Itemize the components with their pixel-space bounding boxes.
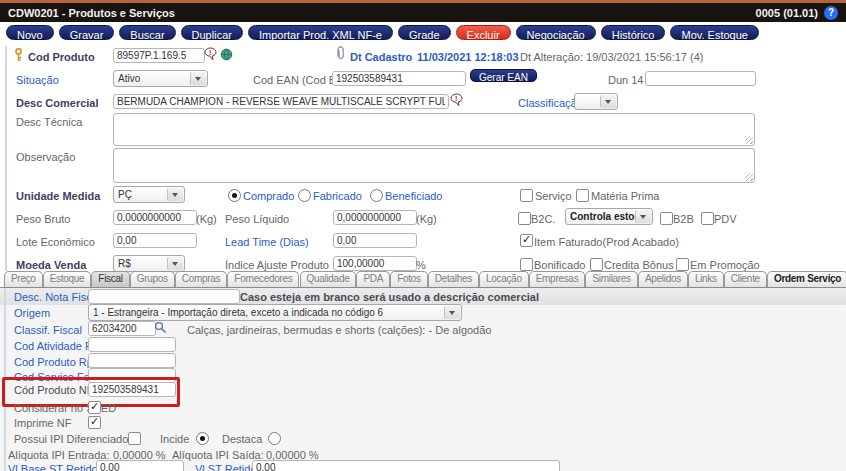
- incide-label: Incide: [160, 433, 189, 445]
- peso-bruto-input[interactable]: [113, 210, 197, 225]
- item-faturado-checkbox[interactable]: [520, 234, 533, 247]
- comment-balloon-icon[interactable]: !: [204, 47, 217, 63]
- lead-time-label[interactable]: Lead Time (Dias): [225, 236, 309, 248]
- lead-time-input[interactable]: [333, 233, 417, 248]
- fabricado-label[interactable]: Fabricado: [313, 190, 362, 202]
- origem-label[interactable]: Origem: [14, 307, 50, 319]
- globe-icon[interactable]: [220, 48, 233, 63]
- vl-st-label[interactable]: Vl ST Retido: [195, 463, 257, 471]
- tab-fotos[interactable]: Fotos: [390, 271, 428, 287]
- dun14-label: Dun 14: [608, 74, 643, 86]
- gerar-ean-button[interactable]: Gerar EAN: [470, 69, 537, 82]
- cod-produto-nf-input[interactable]: [88, 382, 176, 397]
- search-icon[interactable]: [154, 321, 167, 336]
- importar-xml-button[interactable]: Importar Prod. XML NF-e: [248, 25, 393, 40]
- window-title: CDW0201 - Produtos e Serviços: [0, 7, 756, 19]
- b2c-checkbox[interactable]: [518, 212, 531, 225]
- tab-ordem-servico[interactable]: Ordem Serviço: [767, 271, 846, 287]
- beneficiado-label[interactable]: Beneficiado: [385, 190, 443, 202]
- moeda-venda-select[interactable]: R$: [113, 255, 185, 272]
- controla-estoque-select[interactable]: Controla estoque: [565, 208, 653, 225]
- vl-base-st-label[interactable]: Vl Base ST Retido: [8, 463, 98, 471]
- materia-prima-checkbox[interactable]: [576, 189, 589, 202]
- grade-button[interactable]: Grade: [398, 25, 451, 40]
- comprado-radio[interactable]: [228, 189, 241, 202]
- tab-estoque[interactable]: Estoque: [43, 271, 92, 287]
- imprime-nf-checkbox[interactable]: [88, 416, 101, 429]
- tab-fornecedores[interactable]: Fornecedores: [227, 271, 299, 287]
- negociacao-button[interactable]: Negociação: [516, 25, 596, 40]
- help-icon[interactable]: ?: [824, 6, 838, 20]
- dt-cadastro-value: 11/03/2021 12:18:03: [417, 51, 519, 63]
- peso-liquido-input[interactable]: [333, 210, 417, 225]
- vl-st-input[interactable]: [252, 460, 560, 471]
- chevron-down-icon: [167, 257, 183, 270]
- excluir-button[interactable]: Excluir: [456, 25, 511, 40]
- desc-comercial-input[interactable]: [113, 94, 449, 109]
- peso-liquido-unit: (Kg): [416, 213, 437, 225]
- tab-apelidos[interactable]: Apelidos: [638, 271, 688, 287]
- dt-alteracao-text: Dt Alteração: 19/03/2021 15:56:17 (4): [520, 51, 703, 63]
- situacao-select[interactable]: Ativo: [113, 70, 208, 87]
- desc-tecnica-textarea[interactable]: [113, 113, 755, 146]
- classif-fiscal-input[interactable]: [88, 321, 156, 336]
- gravar-button[interactable]: Gravar: [59, 25, 115, 40]
- buscar-button[interactable]: Buscar: [119, 25, 175, 40]
- tab-pda[interactable]: PDA: [356, 271, 390, 287]
- observacao-textarea[interactable]: [113, 148, 755, 183]
- em-promocao-label: Em Promoção: [690, 259, 760, 271]
- b2b-checkbox[interactable]: [660, 212, 673, 225]
- tab-links[interactable]: Links: [688, 271, 724, 287]
- tab-preco[interactable]: Preço: [4, 271, 43, 287]
- comprado-label[interactable]: Comprado: [243, 190, 294, 202]
- indice-ajuste-label: Índice Ajuste Produto: [225, 259, 329, 271]
- cod-produto-rps-label[interactable]: Cod Produto Rps: [14, 356, 98, 368]
- desc-nota-fiscal-input[interactable]: [88, 289, 240, 304]
- origem-select[interactable]: 1 - Estrangeira - Importação direta, exc…: [88, 304, 462, 321]
- vl-base-st-input[interactable]: [96, 460, 184, 471]
- bonificado-checkbox[interactable]: [520, 258, 533, 271]
- tab-similares[interactable]: Similares: [585, 271, 637, 287]
- unidade-medida-select[interactable]: PÇ: [113, 186, 185, 203]
- classificacao-select[interactable]: [574, 93, 618, 110]
- tab-fiscal[interactable]: Fiscal: [91, 271, 129, 287]
- classif-fiscal-label[interactable]: Classif. Fiscal: [14, 324, 82, 336]
- comment-balloon-icon[interactable]: !: [450, 93, 463, 109]
- tab-locacao[interactable]: Locação: [479, 271, 529, 287]
- tab-compras[interactable]: Compras: [175, 271, 227, 287]
- dt-cadastro-label: Dt Cadastro: [350, 51, 412, 63]
- tab-empresas[interactable]: Empresas: [529, 271, 586, 287]
- incide-radio[interactable]: [196, 432, 209, 445]
- historico-button[interactable]: Histórico: [601, 25, 666, 40]
- cod-ean-input[interactable]: [332, 71, 466, 86]
- cod-produto-rps-input[interactable]: [88, 353, 176, 368]
- novo-button[interactable]: Novo: [6, 25, 54, 40]
- situacao-label[interactable]: Situação: [16, 74, 59, 86]
- desc-tecnica-label: Desc Técnica: [16, 116, 82, 128]
- considerar-sped-checkbox[interactable]: [88, 401, 101, 414]
- destaca-radio[interactable]: [268, 432, 281, 445]
- beneficiado-radio[interactable]: [370, 189, 383, 202]
- pdv-checkbox[interactable]: [701, 212, 714, 225]
- tab-grupos[interactable]: Grupos: [130, 271, 175, 287]
- lote-economico-input[interactable]: [113, 233, 197, 248]
- fabricado-radio[interactable]: [298, 189, 311, 202]
- tab-qualidade[interactable]: Qualidade: [300, 271, 357, 287]
- em-promocao-checkbox[interactable]: [676, 258, 689, 271]
- peso-bruto-unit: (Kg): [196, 213, 217, 225]
- servico-checkbox[interactable]: [520, 189, 533, 202]
- possui-ipi-checkbox[interactable]: [128, 432, 141, 445]
- paperclip-icon[interactable]: [336, 46, 346, 63]
- cod-atividade-rps-input[interactable]: [88, 337, 176, 352]
- tab-cliente[interactable]: Cliente: [724, 271, 767, 287]
- materia-prima-label: Matéria Prima: [591, 190, 659, 202]
- dun14-input[interactable]: [645, 71, 756, 86]
- mov-estoque-button[interactable]: Mov. Estoque: [670, 25, 758, 40]
- duplicar-button[interactable]: Duplicar: [181, 25, 243, 40]
- indice-ajuste-input[interactable]: [333, 256, 417, 271]
- cod-produto-input[interactable]: [113, 48, 205, 63]
- chevron-down-icon: [190, 72, 206, 85]
- credita-bonus-checkbox[interactable]: [590, 258, 603, 271]
- tab-detalhes[interactable]: Detalhes: [428, 271, 479, 287]
- svg-text:!: !: [455, 95, 457, 102]
